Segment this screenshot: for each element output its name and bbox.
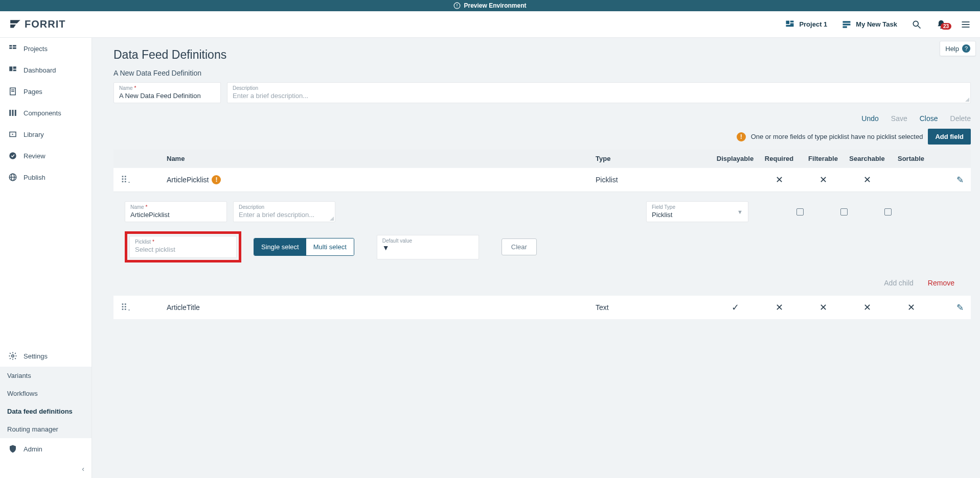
cross-icon: ✕	[907, 302, 915, 313]
delete-button[interactable]: Delete	[950, 114, 971, 123]
svg-rect-21	[13, 69, 16, 71]
svg-rect-18	[13, 47, 16, 49]
sidebar-sub-routing-manager[interactable]: Routing manager	[0, 420, 92, 438]
svg-point-2	[457, 7, 458, 7]
chevron-down-icon: ▼	[382, 244, 390, 252]
shield-icon	[8, 444, 17, 453]
col-displayable: Displayable	[713, 155, 757, 162]
menu-icon	[961, 19, 971, 30]
edit-icon[interactable]: ✎	[956, 175, 964, 185]
sidebar-collapse-button[interactable]: ‹	[0, 460, 92, 478]
main-content: Data Feed Definitions A New Data Feed De…	[92, 38, 980, 478]
svg-rect-15	[9, 45, 12, 46]
save-button[interactable]: Save	[891, 114, 907, 123]
field-type: Text	[596, 303, 713, 312]
svg-rect-8	[843, 23, 851, 25]
cross-icon: ✕	[863, 302, 871, 313]
single-select-button[interactable]: Single select	[254, 238, 306, 255]
svg-rect-6	[786, 25, 794, 26]
hamburger-menu[interactable]	[961, 19, 971, 30]
add-child-button[interactable]: Add child	[884, 279, 914, 287]
sidebar-item-projects[interactable]: Projects	[0, 38, 92, 59]
app-header: FORRIT Project 1 My New Task 23	[0, 11, 980, 38]
sidebar-item-components[interactable]: Components	[0, 102, 92, 124]
task-icon	[841, 19, 852, 30]
resize-handle-icon[interactable]	[964, 97, 969, 102]
help-label: Help	[945, 45, 959, 53]
default-value-select[interactable]: Default value ▼	[377, 235, 479, 259]
sidebar-item-library[interactable]: Library	[0, 124, 92, 145]
filterable-checkbox[interactable]	[840, 208, 848, 216]
warning-row: ! One or more fields of type picklist ha…	[113, 126, 980, 150]
sidebar-sub-data-feed-definitions[interactable]: Data feed definitions	[0, 402, 92, 420]
fields-table: Name Type Displayable Required Filterabl…	[113, 150, 971, 319]
editor-name-field[interactable]: Name * ArticlePicklist	[125, 201, 227, 222]
warning-badge-icon: !	[212, 175, 221, 184]
sidebar-item-pages[interactable]: Pages	[0, 81, 92, 102]
sidebar: Projects Dashboard Pages Components Libr…	[0, 38, 92, 478]
svg-marker-29	[12, 134, 14, 135]
project-name: Project 1	[799, 20, 827, 28]
help-icon: ?	[962, 44, 970, 53]
definition-name-field[interactable]: Name * A New Data Feed Definition	[113, 82, 221, 103]
drag-handle-icon[interactable]: ⠿ .	[121, 175, 129, 185]
notifications-button[interactable]: 23	[936, 19, 946, 30]
sidebar-item-dashboard[interactable]: Dashboard	[0, 59, 92, 81]
svg-point-10	[913, 21, 918, 26]
svg-rect-3	[786, 20, 790, 24]
sidebar-sub-workflows[interactable]: Workflows	[0, 385, 92, 402]
col-sortable: Sortable	[889, 155, 933, 162]
drag-handle-icon[interactable]: ⠿ .	[121, 302, 129, 313]
editor-description-field[interactable]: Description Enter a brief description...	[233, 201, 335, 222]
required-checkbox[interactable]	[796, 208, 804, 216]
preview-environment-bar: Preview Environment	[0, 0, 980, 11]
clear-button[interactable]: Clear	[502, 238, 537, 255]
project-switcher[interactable]: Project 1	[785, 19, 827, 30]
help-button[interactable]: Help ?	[940, 41, 976, 56]
sidebar-item-admin[interactable]: Admin	[0, 438, 92, 460]
close-button[interactable]: Close	[920, 114, 938, 123]
editor-fieldtype-select[interactable]: Field Type Picklist ▼	[646, 201, 748, 222]
searchable-checkbox[interactable]	[884, 208, 892, 216]
projects-icon	[8, 44, 17, 53]
multi-select-button[interactable]: Multi select	[306, 238, 354, 255]
brand-logo[interactable]: FORRIT	[9, 18, 65, 31]
preview-label: Preview Environment	[464, 2, 526, 9]
col-type: Type	[596, 155, 713, 162]
task-switcher[interactable]: My New Task	[841, 19, 897, 30]
sidebar-sub-variants[interactable]: Variants	[0, 367, 92, 385]
notification-count: 23	[941, 23, 951, 30]
add-field-button[interactable]: Add field	[928, 129, 971, 145]
cross-icon: ✕	[819, 302, 827, 313]
search-button[interactable]	[911, 19, 922, 30]
undo-button[interactable]: Undo	[861, 114, 878, 123]
table-row: ⠿ . ArticlePicklist ! Picklist ✕ ✕ ✕ ✎	[113, 168, 971, 192]
dashboard-icon	[785, 19, 795, 30]
svg-rect-25	[9, 110, 11, 116]
resize-handle-icon[interactable]	[329, 216, 334, 221]
field-editor: Name * ArticlePicklist Description Enter…	[113, 192, 971, 295]
sidebar-item-publish[interactable]: Publish	[0, 166, 92, 188]
svg-point-30	[9, 152, 16, 159]
editor-picklist-select[interactable]: Picklist * Select picklist	[129, 236, 237, 258]
svg-rect-16	[9, 47, 12, 49]
definition-description-field[interactable]: Description Enter a brief description...	[227, 82, 971, 103]
field-name: ArticlePicklist	[167, 176, 209, 184]
col-name: Name	[167, 155, 596, 162]
svg-line-11	[918, 26, 921, 28]
sidebar-item-review[interactable]: Review	[0, 145, 92, 166]
sidebar-item-settings[interactable]: Settings	[0, 345, 92, 367]
warning-text: One or more fields of type picklist have…	[751, 133, 923, 140]
svg-rect-27	[15, 110, 16, 116]
svg-rect-19	[9, 66, 12, 71]
svg-rect-20	[13, 66, 16, 69]
svg-rect-7	[843, 21, 851, 22]
picklist-field-highlight: Picklist * Select picklist	[125, 231, 241, 262]
svg-rect-26	[12, 110, 14, 116]
remove-button[interactable]: Remove	[928, 279, 954, 287]
cross-icon: ✕	[863, 175, 871, 185]
page-title: Data Feed Definitions	[113, 48, 980, 62]
table-header: Name Type Displayable Required Filterabl…	[113, 150, 971, 168]
edit-icon[interactable]: ✎	[956, 303, 964, 313]
library-icon	[8, 130, 17, 139]
